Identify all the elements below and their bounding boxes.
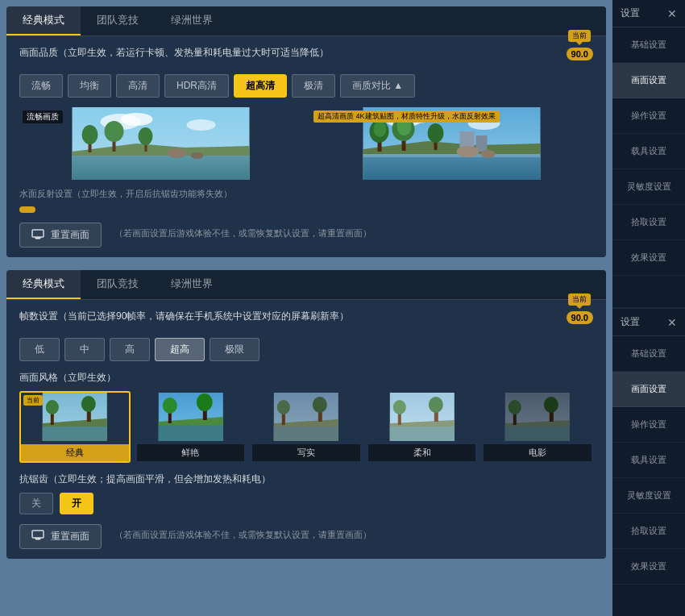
quality-badge-label: 当前 xyxy=(568,30,591,42)
quality-preview-row: 流畅画质 xyxy=(19,107,593,180)
svg-point-42 xyxy=(81,396,96,412)
svg-rect-66 xyxy=(505,427,570,441)
sidebar-item-sensitivity-2[interactable]: 灵敏度设置 xyxy=(612,478,685,514)
sidebar-item-effects-2[interactable]: 效果设置 xyxy=(612,549,685,585)
tab-classic-1[interactable]: 经典模式 xyxy=(6,6,81,35)
fps-badge-label: 当前 xyxy=(568,293,591,306)
style-realistic[interactable]: 写实 xyxy=(251,391,362,463)
tab-team-2[interactable]: 团队竞技 xyxy=(81,270,155,299)
tab-team-1[interactable]: 团队竞技 xyxy=(81,6,155,35)
fps-medium[interactable]: 中 xyxy=(64,338,105,361)
preview-ultra-label: 超高清画质 4K建筑贴图，材质特性升级，水面反射效果 xyxy=(313,110,500,123)
right-sidebars: 设置 ✕ 基础设置 画面设置 操作设置 载具设置 灵敏度设置 拾取设置 效果设置… xyxy=(612,0,685,616)
svg-point-12 xyxy=(168,148,187,158)
tab-oasis-2[interactable]: 绿洲世界 xyxy=(155,270,229,299)
svg-rect-19 xyxy=(363,154,541,180)
quality-options-row: 流畅 均衡 高清 HDR高清 超高清 极清 画质对比 ▲ xyxy=(19,74,593,98)
quality-compare[interactable]: 画质对比 ▲ xyxy=(340,74,415,98)
svg-rect-38 xyxy=(43,427,107,441)
svg-rect-45 xyxy=(158,425,222,441)
style-soft-label: 柔和 xyxy=(368,444,476,461)
antialias-title: 抗锯齿（立即生效；提高画面平滑，但会增加发热和耗电） xyxy=(19,472,593,486)
fps-ultra[interactable]: 超高 xyxy=(155,338,205,361)
svg-point-31 xyxy=(457,146,480,157)
sidebar-top-close[interactable]: ✕ xyxy=(667,7,677,20)
fps-badge: 90.0 xyxy=(567,311,593,324)
quality-smooth[interactable]: 流畅 xyxy=(19,74,63,98)
svg-rect-20 xyxy=(363,154,541,157)
svg-point-49 xyxy=(196,393,212,411)
fps-high[interactable]: 高 xyxy=(110,338,150,361)
quality-hdr[interactable]: HDR高清 xyxy=(164,74,229,98)
reset-graphics-button-1[interactable]: 重置画面 xyxy=(19,223,102,248)
svg-point-28 xyxy=(428,123,444,143)
svg-rect-59 xyxy=(390,427,455,441)
panel2-tab-bar: 经典模式 团队竞技 绿洲世界 xyxy=(6,270,606,300)
antialias-toggle-row: 关 开 xyxy=(19,493,593,514)
reset-btn-label-2: 重置画面 xyxy=(51,530,89,543)
svg-point-61 xyxy=(393,400,406,414)
svg-point-32 xyxy=(481,150,496,158)
svg-point-3 xyxy=(187,119,216,131)
svg-point-13 xyxy=(191,152,204,159)
fps-options-row: 低 中 高 超高 极限 xyxy=(19,338,593,361)
svg-rect-33 xyxy=(32,230,44,237)
sidebar-item-basic-2[interactable]: 基础设置 xyxy=(612,336,685,372)
sidebar-item-vehicle-1[interactable]: 载具设置 xyxy=(612,134,685,169)
quality-extreme[interactable]: 极清 xyxy=(292,74,335,98)
sidebar-item-controls-1[interactable]: 操作设置 xyxy=(612,98,685,134)
panel1-body: 画面品质（立即生效，若运行卡顿、发热量和耗电量过大时可适当降低） 当前 90.0… xyxy=(6,36,606,257)
sidebar-item-pickup-1[interactable]: 拾取设置 xyxy=(612,205,685,240)
preview-smooth: 流畅画质 xyxy=(19,107,302,180)
sidebar-bottom-close[interactable]: ✕ xyxy=(667,316,677,329)
monitor-icon xyxy=(31,229,44,242)
sidebar-item-graphics-1[interactable]: 画面设置 xyxy=(612,63,685,98)
monitor-icon-2 xyxy=(31,530,44,543)
reset-graphics-button-2[interactable]: 重置画面 xyxy=(19,524,102,549)
svg-point-11 xyxy=(139,127,153,145)
quality-badge: 90.0 xyxy=(567,48,593,60)
svg-point-40 xyxy=(46,400,59,414)
sidebar-item-basic-1[interactable]: 基础设置 xyxy=(612,27,685,63)
quality-ultra[interactable]: 超高清 xyxy=(234,74,287,98)
style-vivid[interactable]: 鲜艳 xyxy=(135,391,247,463)
panel-graphics-quality: 经典模式 团队竞技 绿洲世界 画面品质（立即生效，若运行卡顿、发热量和耗电量过大… xyxy=(6,6,606,257)
style-classic[interactable]: 当前 经典 xyxy=(19,391,131,463)
sidebar-item-effects-1[interactable]: 效果设置 xyxy=(612,240,685,276)
panel1-tab-bar: 经典模式 团队竞技 绿洲世界 xyxy=(6,6,606,36)
antialias-off-btn[interactable]: 关 xyxy=(19,493,53,514)
tab-oasis-1[interactable]: 绿洲世界 xyxy=(155,6,229,35)
style-cinema-label: 电影 xyxy=(484,444,592,461)
style-classic-label: 经典 xyxy=(21,444,129,461)
quality-section-title: 画面品质（立即生效，若运行卡顿、发热量和耗电量过大时可适当降低） xyxy=(19,46,562,60)
tab-classic-2[interactable]: 经典模式 xyxy=(6,270,81,299)
style-soft[interactable]: 柔和 xyxy=(367,391,478,463)
sidebar-top: 设置 ✕ 基础设置 画面设置 操作设置 载具设置 灵敏度设置 拾取设置 效果设置 xyxy=(612,0,685,307)
sidebar-item-vehicle-2[interactable]: 载具设置 xyxy=(612,443,685,478)
style-section-title: 画面风格（立即生效） xyxy=(19,371,593,385)
style-realistic-label: 写实 xyxy=(252,444,360,461)
fps-low[interactable]: 低 xyxy=(19,338,60,361)
quality-balanced[interactable]: 均衡 xyxy=(68,74,111,98)
sidebar-item-graphics-2[interactable]: 画面设置 xyxy=(612,372,685,407)
style-cinema[interactable]: 电影 xyxy=(482,391,593,463)
sidebar-bottom-title: 设置 xyxy=(621,315,640,329)
svg-point-47 xyxy=(162,397,176,414)
sidebar-item-pickup-2[interactable]: 拾取设置 xyxy=(612,514,685,549)
reset-hint-2: （若画面设置后游戏体验不佳，或需恢复默认设置，请重置画面） xyxy=(114,529,372,541)
svg-rect-71 xyxy=(32,531,44,538)
reset-btn-label-1: 重置画面 xyxy=(51,228,89,242)
quality-hd[interactable]: 高清 xyxy=(116,74,160,98)
sidebar-item-sensitivity-1[interactable]: 灵敏度设置 xyxy=(612,169,685,205)
preview-smooth-label: 流畅画质 xyxy=(23,110,63,123)
sidebar-item-controls-2[interactable]: 操作设置 xyxy=(612,407,685,443)
fps-extreme[interactable]: 极限 xyxy=(210,338,259,361)
antialias-on-btn[interactable]: 开 xyxy=(60,493,93,514)
sidebar-bottom-header: 设置 ✕ xyxy=(612,309,685,336)
svg-point-68 xyxy=(509,400,521,414)
water-toggle-indicator xyxy=(19,206,35,213)
style-vivid-label: 鲜艳 xyxy=(137,444,245,461)
style-cards-row: 当前 经典 xyxy=(19,391,593,463)
svg-point-56 xyxy=(313,397,327,413)
preview-ultra: 超高清画质 4K建筑贴图，材质特性升级，水面反射效果 xyxy=(310,107,593,180)
